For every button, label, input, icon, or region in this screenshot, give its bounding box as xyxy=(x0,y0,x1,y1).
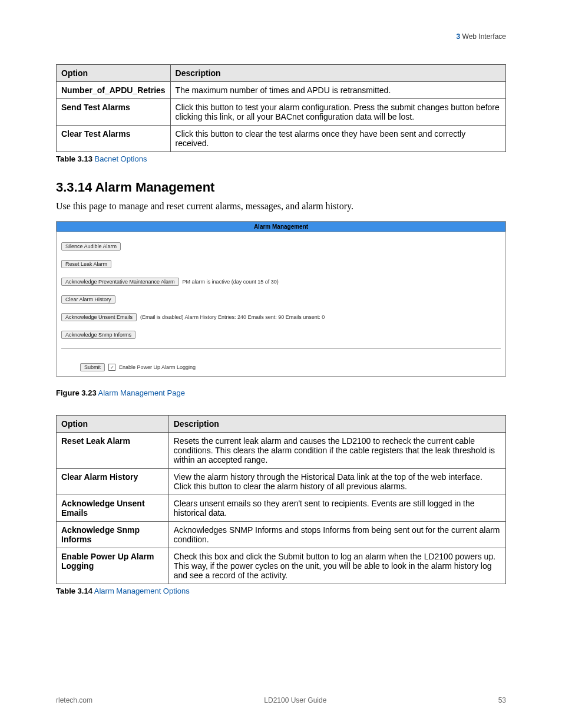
page-footer: rletech.com LD2100 User Guide 53 xyxy=(56,696,506,704)
footer-right: 53 xyxy=(498,696,506,704)
table-row: Acknowledge Unsent Emails Clears unsent … xyxy=(57,495,506,522)
screenshot-title-bar: Alarm Management xyxy=(57,222,505,232)
caption-link[interactable]: Bacnet Options xyxy=(95,154,147,163)
alarm-management-screenshot: Alarm Management Silence Audible Alarm R… xyxy=(56,221,506,377)
reset-leak-alarm-button[interactable]: Reset Leak Alarm xyxy=(61,260,111,268)
section-heading: 3.3.14 Alarm Management xyxy=(56,180,506,195)
ack-unsent-emails-button[interactable]: Acknowledge Unsent Emails xyxy=(61,313,137,321)
caption-link[interactable]: Alarm Management Options xyxy=(94,587,190,595)
caption-link[interactable]: Alarm Management Page xyxy=(98,388,185,397)
table-row: Enable Power Up Alarm Logging Check this… xyxy=(57,548,506,584)
col-option: Option xyxy=(57,416,169,433)
figure-caption: Figure 3.23 Alarm Management Page xyxy=(56,388,506,397)
pm-alarm-note: PM alarm is inactive (day count 15 of 30… xyxy=(183,279,279,285)
footer-left: rletech.com xyxy=(56,696,92,704)
table-caption: Table 3.14 Alarm Management Options xyxy=(56,587,506,595)
silence-audible-alarm-button[interactable]: Silence Audible Alarm xyxy=(61,242,121,251)
col-description: Description xyxy=(168,416,505,433)
table-row: Acknowledge Snmp Informs Acknowledges SN… xyxy=(57,522,506,548)
col-option: Option xyxy=(57,65,171,82)
clear-alarm-history-button[interactable]: Clear Alarm History xyxy=(61,295,115,304)
bacnet-options-table: Option Description Number_of_APDU_Retrie… xyxy=(56,64,506,152)
chapter-number: 3 xyxy=(456,32,460,41)
enable-powerup-logging-label: Enable Power Up Alarm Logging xyxy=(119,364,196,370)
page-header: 3 Web Interface xyxy=(56,32,506,41)
ack-pm-alarm-button[interactable]: Acknowledge Preventative Maintenance Ala… xyxy=(61,278,179,286)
table-row: Clear Alarm History View the alarm histo… xyxy=(57,469,506,495)
chapter-title: Web Interface xyxy=(462,32,506,41)
submit-button[interactable]: Submit xyxy=(80,363,105,371)
email-status-note: (Email is disabled) Alarm History Entrie… xyxy=(140,314,325,320)
enable-powerup-logging-checkbox[interactable]: ✓ xyxy=(108,364,115,371)
divider xyxy=(61,348,501,349)
alarm-management-options-table: Option Description Reset Leak Alarm Rese… xyxy=(56,415,506,584)
table-row: Clear Test Alarms Click this button to c… xyxy=(57,126,506,152)
ack-snmp-informs-button[interactable]: Acknowledge Snmp Informs xyxy=(61,331,135,339)
footer-center: LD2100 User Guide xyxy=(264,696,326,704)
table-row: Number_of_APDU_Retries The maximum numbe… xyxy=(57,82,506,99)
table-row: Send Test Alarms Click this button to te… xyxy=(57,99,506,126)
table-row: Reset Leak Alarm Resets the current leak… xyxy=(57,433,506,469)
table-caption: Table 3.13 Bacnet Options xyxy=(56,154,506,163)
col-description: Description xyxy=(170,65,505,82)
section-body: Use this page to manage and reset curren… xyxy=(56,201,506,212)
